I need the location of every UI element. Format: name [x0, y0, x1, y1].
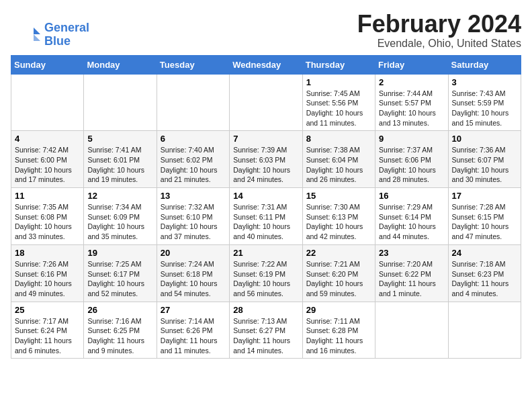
day-detail: Sunrise: 7:32 AM Sunset: 6:10 PM Dayligh… [161, 202, 226, 242]
calendar-cell: 27Sunrise: 7:14 AM Sunset: 6:26 PM Dayli… [157, 302, 229, 359]
day-number: 21 [233, 248, 298, 258]
day-number: 25 [15, 305, 80, 315]
day-detail: Sunrise: 7:24 AM Sunset: 6:18 PM Dayligh… [161, 259, 226, 299]
day-detail: Sunrise: 7:16 AM Sunset: 6:25 PM Dayligh… [87, 316, 152, 356]
day-detail: Sunrise: 7:25 AM Sunset: 6:17 PM Dayligh… [87, 259, 152, 299]
calendar-cell: 1Sunrise: 7:45 AM Sunset: 5:56 PM Daylig… [302, 74, 375, 131]
calendar-cell: 20Sunrise: 7:24 AM Sunset: 6:18 PM Dayli… [157, 244, 229, 302]
day-number: 26 [87, 305, 152, 315]
logo-icon [21, 25, 42, 45]
day-detail: Sunrise: 7:22 AM Sunset: 6:19 PM Dayligh… [233, 259, 298, 299]
day-detail: Sunrise: 7:36 AM Sunset: 6:07 PM Dayligh… [452, 145, 517, 185]
calendar-cell: 13Sunrise: 7:32 AM Sunset: 6:10 PM Dayli… [157, 188, 229, 245]
calendar-cell: 18Sunrise: 7:26 AM Sunset: 6:16 PM Dayli… [11, 244, 84, 302]
weekday-header-thursday: Thursday [302, 55, 375, 74]
calendar-cell: 8Sunrise: 7:38 AM Sunset: 6:04 PM Daylig… [302, 131, 375, 188]
calendar-cell: 17Sunrise: 7:28 AM Sunset: 6:15 PM Dayli… [448, 188, 521, 245]
calendar-cell: 28Sunrise: 7:13 AM Sunset: 6:27 PM Dayli… [230, 302, 302, 359]
day-number: 2 [379, 77, 444, 87]
day-detail: Sunrise: 7:40 AM Sunset: 6:02 PM Dayligh… [161, 145, 226, 185]
weekday-header-wednesday: Wednesday [230, 55, 302, 74]
calendar-cell [375, 302, 448, 359]
day-detail: Sunrise: 7:41 AM Sunset: 6:01 PM Dayligh… [87, 145, 152, 185]
calendar-cell: 26Sunrise: 7:16 AM Sunset: 6:25 PM Dayli… [84, 302, 157, 359]
day-number: 4 [15, 134, 80, 144]
day-number: 17 [452, 191, 517, 201]
day-detail: Sunrise: 7:18 AM Sunset: 6:23 PM Dayligh… [452, 259, 517, 299]
calendar-cell: 19Sunrise: 7:25 AM Sunset: 6:17 PM Dayli… [84, 244, 157, 302]
calendar-cell [448, 302, 521, 359]
calendar-cell: 16Sunrise: 7:29 AM Sunset: 6:14 PM Dayli… [375, 188, 448, 245]
day-detail: Sunrise: 7:26 AM Sunset: 6:16 PM Dayligh… [15, 259, 80, 299]
weekday-header-monday: Monday [84, 55, 157, 74]
day-detail: Sunrise: 7:31 AM Sunset: 6:11 PM Dayligh… [233, 202, 298, 242]
day-detail: Sunrise: 7:21 AM Sunset: 6:20 PM Dayligh… [306, 259, 371, 299]
day-detail: Sunrise: 7:11 AM Sunset: 6:28 PM Dayligh… [306, 316, 371, 356]
svg-rect-0 [21, 25, 42, 45]
calendar-body: 1Sunrise: 7:45 AM Sunset: 5:56 PM Daylig… [11, 74, 521, 359]
weekday-header-tuesday: Tuesday [157, 55, 229, 74]
calendar-cell: 22Sunrise: 7:21 AM Sunset: 6:20 PM Dayli… [302, 244, 375, 302]
calendar-cell: 6Sunrise: 7:40 AM Sunset: 6:02 PM Daylig… [157, 131, 229, 188]
week-row-5: 25Sunrise: 7:17 AM Sunset: 6:24 PM Dayli… [11, 302, 521, 359]
logo-line2: Blue [44, 34, 71, 48]
logo: General Blue [21, 21, 89, 48]
calendar-cell: 25Sunrise: 7:17 AM Sunset: 6:24 PM Dayli… [11, 302, 84, 359]
calendar-cell [84, 74, 157, 131]
day-number: 20 [161, 248, 226, 258]
calendar-cell: 2Sunrise: 7:44 AM Sunset: 5:57 PM Daylig… [375, 74, 448, 131]
day-number: 15 [306, 191, 371, 201]
weekday-header-friday: Friday [375, 55, 448, 74]
day-number: 1 [306, 77, 371, 87]
day-number: 8 [306, 134, 371, 144]
day-number: 13 [161, 191, 226, 201]
calendar-cell: 9Sunrise: 7:37 AM Sunset: 6:06 PM Daylig… [375, 131, 448, 188]
day-detail: Sunrise: 7:30 AM Sunset: 6:13 PM Dayligh… [306, 202, 371, 242]
day-number: 24 [452, 248, 517, 258]
day-detail: Sunrise: 7:43 AM Sunset: 5:59 PM Dayligh… [452, 89, 517, 128]
week-row-4: 18Sunrise: 7:26 AM Sunset: 6:16 PM Dayli… [11, 244, 521, 302]
day-detail: Sunrise: 7:39 AM Sunset: 6:03 PM Dayligh… [233, 145, 298, 185]
calendar-cell: 7Sunrise: 7:39 AM Sunset: 6:03 PM Daylig… [230, 131, 302, 188]
day-number: 18 [15, 248, 80, 258]
weekday-header-row: SundayMondayTuesdayWednesdayThursdayFrid… [11, 55, 521, 74]
logo-text: General Blue [44, 21, 89, 48]
calendar-table: SundayMondayTuesdayWednesdayThursdayFrid… [11, 55, 521, 359]
day-number: 22 [306, 248, 371, 258]
day-detail: Sunrise: 7:44 AM Sunset: 5:57 PM Dayligh… [379, 89, 444, 128]
weekday-header-saturday: Saturday [448, 55, 521, 74]
calendar-cell: 21Sunrise: 7:22 AM Sunset: 6:19 PM Dayli… [230, 244, 302, 302]
calendar-cell [230, 74, 302, 131]
calendar-cell: 12Sunrise: 7:34 AM Sunset: 6:09 PM Dayli… [84, 188, 157, 245]
calendar-cell: 3Sunrise: 7:43 AM Sunset: 5:59 PM Daylig… [448, 74, 521, 131]
day-number: 5 [87, 134, 152, 144]
day-number: 9 [379, 134, 444, 144]
day-detail: Sunrise: 7:35 AM Sunset: 6:08 PM Dayligh… [15, 202, 80, 242]
calendar-cell: 15Sunrise: 7:30 AM Sunset: 6:13 PM Dayli… [302, 188, 375, 245]
day-detail: Sunrise: 7:17 AM Sunset: 6:24 PM Dayligh… [15, 316, 80, 356]
calendar-cell: 23Sunrise: 7:20 AM Sunset: 6:22 PM Dayli… [375, 244, 448, 302]
day-number: 10 [452, 134, 517, 144]
day-detail: Sunrise: 7:37 AM Sunset: 6:06 PM Dayligh… [379, 145, 444, 185]
day-number: 19 [87, 248, 152, 258]
calendar-cell: 24Sunrise: 7:18 AM Sunset: 6:23 PM Dayli… [448, 244, 521, 302]
logo-line1: General [44, 21, 89, 34]
day-detail: Sunrise: 7:42 AM Sunset: 6:00 PM Dayligh… [15, 145, 80, 185]
calendar-cell: 10Sunrise: 7:36 AM Sunset: 6:07 PM Dayli… [448, 131, 521, 188]
day-detail: Sunrise: 7:14 AM Sunset: 6:26 PM Dayligh… [161, 316, 226, 356]
day-detail: Sunrise: 7:34 AM Sunset: 6:09 PM Dayligh… [87, 202, 152, 242]
day-number: 16 [379, 191, 444, 201]
weekday-header-sunday: Sunday [11, 55, 84, 74]
day-detail: Sunrise: 7:29 AM Sunset: 6:14 PM Dayligh… [379, 202, 444, 242]
week-row-3: 11Sunrise: 7:35 AM Sunset: 6:08 PM Dayli… [11, 188, 521, 245]
calendar-cell: 29Sunrise: 7:11 AM Sunset: 6:28 PM Dayli… [302, 302, 375, 359]
calendar-cell [11, 74, 84, 131]
top-area: General Blue February 2024 Evendale, Ohi… [11, 11, 521, 50]
calendar-cell: 5Sunrise: 7:41 AM Sunset: 6:01 PM Daylig… [84, 131, 157, 188]
day-number: 27 [161, 305, 226, 315]
day-number: 11 [15, 191, 80, 201]
day-number: 28 [233, 305, 298, 315]
day-detail: Sunrise: 7:38 AM Sunset: 6:04 PM Dayligh… [306, 145, 371, 185]
calendar-cell: 11Sunrise: 7:35 AM Sunset: 6:08 PM Dayli… [11, 188, 84, 245]
day-number: 23 [379, 248, 444, 258]
